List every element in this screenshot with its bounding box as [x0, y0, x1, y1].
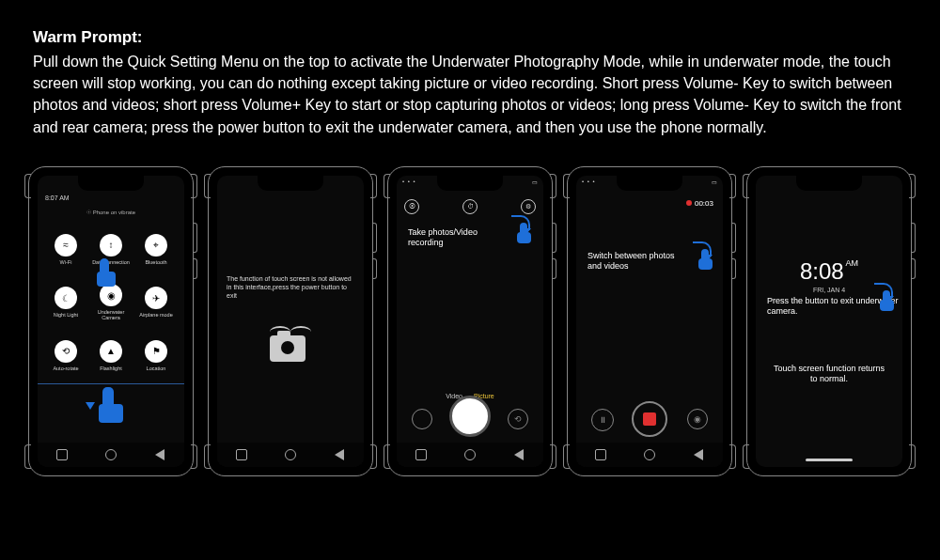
swipe-down-indicator-icon — [95, 387, 127, 425]
caption-touch-normal: Touch screen function returns to normal. — [769, 364, 889, 385]
qs-label: Bluetooth — [145, 259, 166, 265]
back-button[interactable] — [153, 448, 166, 461]
recents-button[interactable] — [235, 448, 248, 461]
rec-time: 00:03 — [695, 199, 713, 208]
notch — [78, 176, 144, 191]
splash-message: The function of touch screen is not allo… — [227, 274, 354, 300]
rotate-icon: ⟲ — [55, 340, 77, 363]
title: Warm Prompt: — [33, 28, 907, 47]
lock-ampm: AM — [846, 258, 859, 268]
phone-camera-video-mode: • • • ▭ 00:03 Switch between photos and … — [567, 166, 732, 476]
qs-tile-wifi[interactable]: ≈Wi-Fi — [43, 223, 88, 276]
bluetooth-icon: ⌖ — [145, 234, 167, 257]
battery-icon: ▭ — [532, 179, 538, 190]
home-button[interactable] — [284, 448, 297, 461]
status-left: • • • — [582, 179, 596, 190]
qs-label: Location — [147, 366, 166, 371]
qs-label: Underwater Camera — [88, 309, 133, 320]
qs-status-label: Phone on vibrate — [93, 210, 135, 215]
recents-button[interactable] — [594, 448, 607, 461]
press-indicator-icon — [872, 290, 897, 313]
pause-button[interactable]: ⏸ — [591, 409, 614, 431]
notch — [258, 176, 323, 191]
back-button[interactable] — [512, 448, 525, 461]
home-button[interactable] — [643, 448, 656, 461]
phone-quick-settings: 8:07 AM ☉ Phone on vibrate ≈Wi-Fi ↕Data … — [28, 166, 194, 476]
stop-record-button[interactable] — [632, 401, 667, 437]
battery-icon: ▭ — [712, 179, 717, 190]
recording-indicator: 00:03 — [686, 199, 713, 208]
divider — [38, 383, 184, 384]
phone-camera-photo-mode: • • • ▭ ⦿ ⏱ ⚙ Take photos/Video recordin… — [387, 166, 553, 476]
press-indicator-icon — [691, 249, 715, 272]
qs-grid: ≈Wi-Fi ↕Data connection ⌖Bluetooth ☾Nigh… — [38, 223, 184, 382]
qs-tile-airplane[interactable]: ✈Airplane mode — [133, 275, 179, 329]
home-button[interactable] — [104, 448, 118, 461]
flashlight-icon: ▲ — [100, 340, 122, 363]
switch-camera-icon[interactable]: ⟲ — [508, 409, 528, 429]
nav-bar — [576, 443, 723, 467]
airplane-icon: ✈ — [145, 287, 167, 309]
body-text: Pull down the Quick Setting Menu on the … — [33, 51, 907, 138]
nav-bar — [217, 443, 364, 467]
header-block: Warm Prompt: Pull down the Quick Setting… — [0, 0, 940, 152]
qs-tile-flashlight[interactable]: ▲Flashlight — [88, 329, 133, 382]
caption-text: Switch between photos and videos — [588, 251, 675, 271]
recents-button[interactable] — [415, 448, 428, 461]
notch — [437, 176, 503, 191]
night-icon: ☾ — [55, 287, 77, 309]
tap-indicator-icon — [94, 258, 118, 288]
phone-row: 8:07 AM ☉ Phone on vibrate ≈Wi-Fi ↕Data … — [0, 152, 940, 476]
location-icon: ⚑ — [145, 340, 167, 363]
home-button[interactable] — [463, 448, 477, 461]
qs-tile-bluetooth[interactable]: ⌖Bluetooth — [133, 223, 179, 276]
qs-time: 8:07 AM — [45, 194, 70, 201]
qs-tile-night[interactable]: ☾Night Light — [43, 275, 88, 329]
notch — [617, 176, 682, 191]
qs-label: Wi-Fi — [60, 259, 72, 265]
status-left: • • • — [402, 179, 416, 190]
qs-tile-location[interactable]: ⚑Location — [133, 329, 179, 382]
recents-button[interactable] — [55, 448, 69, 461]
gallery-thumbnail[interactable] — [412, 409, 432, 429]
qs-label: Airplane mode — [139, 312, 172, 318]
snapshot-button[interactable]: ◉ — [687, 409, 708, 429]
underwater-camera-icon — [270, 326, 311, 367]
home-indicator[interactable] — [806, 459, 853, 461]
data-icon: ↕ — [100, 234, 122, 257]
timer-icon[interactable]: ⏱ — [462, 199, 478, 214]
lock-time: 8:08 — [800, 258, 844, 284]
qs-label: Night Light — [54, 312, 78, 318]
phone-underwater-splash: The function of touch screen is not allo… — [208, 166, 373, 476]
settings-icon[interactable]: ⚙ — [521, 199, 536, 214]
shutter-button[interactable] — [449, 396, 491, 437]
back-button[interactable] — [692, 448, 705, 461]
notch — [796, 176, 862, 191]
qs-status-text: ☉ Phone on vibrate — [38, 209, 184, 215]
press-indicator-icon — [509, 223, 534, 245]
back-button[interactable] — [333, 448, 346, 461]
caption-text: Take photos/Video recording — [408, 227, 478, 247]
nav-bar — [38, 443, 184, 467]
qs-tile-rotate[interactable]: ⟲Auto-rotate — [43, 329, 88, 382]
nav-bar — [397, 443, 543, 467]
qs-label: Auto-rotate — [53, 366, 78, 371]
phone-lockscreen: 8:08AM FRI, JAN 4 Press the button to ex… — [746, 166, 912, 476]
wifi-icon: ≈ — [55, 234, 77, 257]
rec-dot-icon — [686, 200, 692, 206]
qs-label: Flashlight — [100, 366, 122, 371]
camera-top-row: ⦿ ⏱ ⚙ — [404, 199, 536, 214]
hdr-icon[interactable]: ⦿ — [404, 199, 419, 214]
caption-switch-mode: Switch between photos and videos — [588, 251, 691, 272]
caption-take-photo: Take photos/Video recording — [408, 227, 497, 248]
